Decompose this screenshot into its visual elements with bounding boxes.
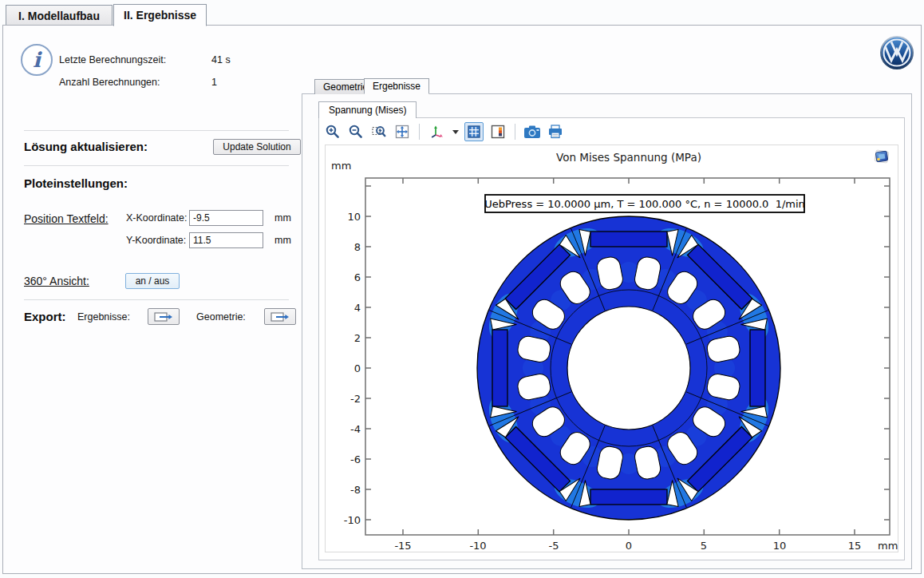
y-tick-label: 8	[354, 241, 361, 253]
annotation-box: UebPress = 10.0000 µm, T = 100.000 °C, n…	[484, 195, 805, 212]
color-legend-toggle-button[interactable]	[489, 123, 507, 141]
zoom-extents-icon	[394, 124, 410, 140]
separator	[24, 130, 289, 131]
annotation-text: UebPress = 10.0000 µm, T = 100.000 °C, n…	[484, 198, 805, 210]
tab-ergebnisse-view[interactable]: Ergebnisse	[364, 78, 429, 94]
grid-toggle-button[interactable]	[464, 122, 484, 141]
plot-canvas[interactable]: Von Mises Spannung (MPa)	[325, 144, 898, 552]
x-tick-label: 5	[701, 540, 707, 552]
y-tick-label: -8	[350, 484, 361, 496]
x-axis-labels: -15 -10 -5 0 5 10 15 mm	[394, 540, 898, 552]
tab-spannung-mises-label: Spannung (Mises)	[329, 105, 406, 116]
plot-group-icon[interactable]	[875, 150, 889, 163]
graphics-toolbar	[324, 120, 564, 144]
computation-count-label: Anzahl Berechnungen:	[59, 77, 160, 88]
y-tick-label: -2	[350, 393, 361, 405]
graphics-panel: Von Mises Spannung (MPa)	[318, 117, 905, 560]
tab-modellaufbau[interactable]: I. Modellaufbau	[6, 5, 113, 26]
y-tick-label: 6	[354, 271, 361, 283]
zoom-in-icon	[325, 124, 341, 140]
zoom-in-button[interactable]	[324, 123, 342, 141]
camera-icon	[523, 125, 541, 139]
x-tick-label: -5	[549, 540, 559, 552]
x-tick-label: -10	[469, 540, 486, 552]
tab-spannung-mises[interactable]: Spannung (Mises)	[318, 101, 417, 118]
y-unit-label: mm	[274, 235, 291, 246]
plot-settings-header: Ploteinstellungen:	[24, 176, 128, 190]
mises-plot: Von Mises Spannung (MPa)	[326, 145, 898, 552]
tab-geometrie-view-label: Geometrie	[323, 81, 368, 93]
x-coordinate-input[interactable]	[189, 210, 263, 226]
y-tick-label: -10	[344, 514, 361, 526]
zoom-box-icon	[371, 124, 387, 140]
update-solution-button[interactable]: Update Solution	[213, 139, 301, 155]
rotor-cross-section	[477, 216, 780, 520]
toolbar-separator	[419, 124, 420, 140]
tab-ergebnisse-view-label: Ergebnisse	[373, 81, 421, 92]
export-header: Export:	[24, 310, 66, 323]
export-results-label: Ergebnisse:	[77, 311, 130, 323]
x-tick-label: -15	[394, 540, 411, 552]
export-results-button[interactable]	[148, 308, 180, 325]
y-tick-label: 2	[354, 332, 361, 344]
y-tick-label: 0	[354, 362, 361, 374]
view-orientation-dropdown-caret[interactable]	[452, 130, 459, 134]
x-tick-label: 10	[773, 540, 787, 552]
last-computation-label: Letzte Berechnungszeit:	[59, 54, 166, 65]
color-legend-icon	[490, 124, 506, 140]
app-window: I. Modellaufbau II. Ergebnisse i Letzte …	[0, 0, 924, 578]
zoom-out-button[interactable]	[347, 123, 365, 141]
y-coordinate-label: Y-Koordinate:	[126, 235, 186, 246]
toolbar-separator	[515, 124, 515, 140]
separator	[24, 299, 289, 300]
view-orientation-button[interactable]	[428, 123, 445, 141]
zoom-extents-button[interactable]	[393, 123, 411, 141]
x-axis-unit: mm	[878, 540, 898, 552]
y-tick-label: 4	[354, 302, 361, 314]
x-tick-label: 0	[626, 540, 632, 552]
last-computation-value: 41 s	[211, 54, 231, 65]
print-button[interactable]	[547, 123, 564, 141]
x-coordinate-label: X-Koordinate:	[126, 212, 187, 224]
printer-icon	[547, 124, 563, 140]
export-icon	[270, 311, 290, 323]
separator	[24, 165, 289, 166]
export-icon	[154, 311, 173, 323]
zoom-box-button[interactable]	[370, 123, 388, 141]
position-textfield-label: Position Textfeld:	[24, 212, 109, 225]
y-tick-label: -6	[350, 453, 361, 465]
export-geometry-button[interactable]	[264, 308, 296, 325]
vw-logo	[879, 35, 914, 70]
x-tick-label: 15	[848, 540, 862, 552]
view-360-label: 360° Ansicht:	[24, 275, 89, 287]
y-axis-labels: 10 8 6 4 2 0 -2 -4 -6 -8 -10 mm	[331, 160, 361, 526]
update-solution-header: Lösung aktualisieren:	[24, 140, 148, 153]
grid-icon	[468, 125, 480, 138]
tab-modellaufbau-label: I. Modellaufbau	[18, 10, 100, 22]
info-icon: i	[21, 44, 53, 76]
view-360-toggle-button[interactable]: an / aus	[125, 273, 180, 289]
tab-ergebnisse-label: II. Ergebnisse	[124, 9, 196, 22]
export-geometry-label: Geometrie:	[196, 311, 246, 323]
view-orientation-icon	[428, 124, 444, 140]
computation-count-value: 1	[211, 77, 217, 88]
zoom-out-icon	[348, 124, 364, 140]
y-tick-label: -4	[350, 423, 361, 435]
plot-title: Von Mises Spannung (MPa)	[556, 151, 701, 164]
y-axis-unit: mm	[331, 160, 351, 172]
y-tick-label: 10	[347, 211, 361, 223]
shaft-bore	[567, 307, 690, 430]
y-coordinate-input[interactable]	[189, 232, 263, 248]
tab-ergebnisse[interactable]: II. Ergebnisse	[113, 4, 207, 26]
x-unit-label: mm	[274, 212, 291, 224]
snapshot-button[interactable]	[523, 123, 541, 141]
